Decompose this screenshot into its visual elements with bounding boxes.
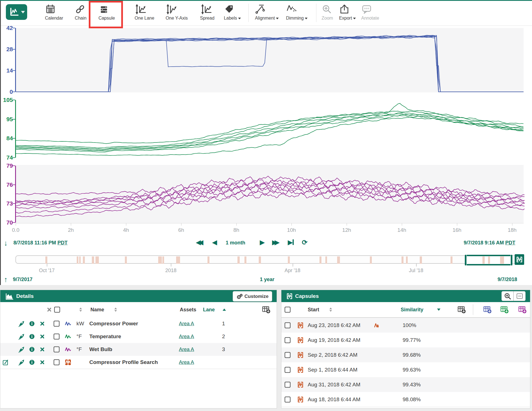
- full-range-timeline[interactable]: [15, 255, 523, 264]
- column-name[interactable]: Name: [90, 307, 104, 313]
- y-axis-3[interactable]: [15, 166, 16, 223]
- column-start[interactable]: Start: [308, 307, 319, 313]
- details-row-1[interactable]: kWCompressor PowerArea A1: [0, 317, 277, 330]
- timeline-month-label: Apr '18: [284, 268, 300, 274]
- column-similarity[interactable]: Similarity: [401, 307, 423, 313]
- asset-swap-icon[interactable]: [18, 359, 25, 366]
- toolbar-spread[interactable]: Spread: [200, 3, 214, 21]
- add-signal-column-blue-icon[interactable]: [483, 306, 492, 314]
- column-lane[interactable]: Lane: [203, 307, 215, 313]
- sort-similarity-descending-icon[interactable]: [437, 308, 441, 311]
- capsule-checkbox[interactable]: [285, 337, 291, 343]
- step-to-end-button[interactable]: ▶: [288, 239, 294, 246]
- display-range-end[interactable]: 9/7/2018 9:16 AM PDT: [464, 240, 515, 246]
- asset-link[interactable]: Area A: [179, 359, 194, 365]
- info-icon[interactable]: [29, 334, 35, 339]
- selection-left-handle[interactable]: [465, 255, 466, 265]
- remove-all-icon[interactable]: [47, 307, 52, 312]
- capsules-add-column-icon[interactable]: [458, 306, 466, 314]
- select-all-checkbox[interactable]: [54, 307, 60, 313]
- edit-icon[interactable]: [3, 359, 9, 366]
- remove-icon[interactable]: [40, 347, 45, 352]
- remove-icon[interactable]: [40, 321, 45, 326]
- capsule-checkbox[interactable]: [285, 396, 291, 402]
- capsules-zoom-button[interactable]: [501, 291, 514, 301]
- trend-view-button[interactable]: [6, 4, 27, 20]
- add-signal-column-magenta-icon[interactable]: [518, 306, 527, 314]
- y-tick-label: 70: [0, 219, 13, 226]
- customize-button[interactable]: Customize: [233, 291, 272, 302]
- toolbar-export[interactable]: Export: [339, 3, 356, 21]
- capsule-stripe: [92, 256, 94, 264]
- investigate-start[interactable]: 9/7/2017: [13, 277, 32, 282]
- details-row-3[interactable]: °FWet BulbArea A3: [0, 343, 277, 356]
- trend-chart[interactable]: 4228140105958474797673700.02h4h6h8h10h12…: [0, 25, 532, 225]
- capsules-select-all-checkbox[interactable]: [285, 307, 291, 313]
- details-row-2[interactable]: °FTemperatureArea A2: [0, 330, 277, 343]
- sort-name-icon[interactable]: [114, 307, 117, 312]
- capsule-row-4[interactable]: Sep 1, 2018 6:44 AM99.63%: [281, 362, 530, 377]
- step-forward-button[interactable]: ▶: [260, 239, 265, 246]
- toolbar-labels[interactable]: Labels: [224, 3, 241, 21]
- row-checkbox[interactable]: [54, 359, 60, 365]
- remove-icon[interactable]: [40, 334, 45, 339]
- display-range-start[interactable]: 8/7/2018 11:16 PM PDT: [13, 240, 67, 246]
- capsule-similarity: 99.68%: [403, 352, 421, 358]
- asset-swap-icon[interactable]: [18, 333, 25, 340]
- investigate-end[interactable]: 9/7/2018: [498, 277, 517, 282]
- timezone-link[interactable]: PDT: [57, 240, 67, 246]
- capsules-collapse-button[interactable]: [514, 291, 526, 301]
- asset-link[interactable]: Area A: [179, 334, 194, 340]
- row-checkbox[interactable]: [54, 347, 60, 352]
- toolbar-one-y-axis[interactable]: One Y-Axis: [165, 3, 188, 21]
- asset-link[interactable]: Area A: [179, 347, 194, 352]
- column-assets[interactable]: Assets: [180, 307, 196, 313]
- toolbar-chain[interactable]: Chain: [75, 3, 87, 21]
- selection-right-handle[interactable]: [511, 255, 512, 265]
- capsule-row-6[interactable]: Aug 18, 2018 6:44 AM98.08%: [281, 392, 530, 407]
- asset-link[interactable]: Area A: [179, 321, 194, 327]
- step-back-many-button[interactable]: ◀◀: [196, 239, 201, 246]
- asset-swap-icon[interactable]: [18, 346, 25, 353]
- duration-label[interactable]: 1 month: [226, 240, 245, 246]
- capsule-checkbox[interactable]: [285, 352, 291, 358]
- toolbar-dimming[interactable]: Dimming: [286, 3, 307, 21]
- y-axis-1[interactable]: [15, 28, 16, 92]
- sort-start-icon[interactable]: [329, 307, 332, 312]
- expand-range-icon[interactable]: ↑: [4, 275, 8, 284]
- investigate-duration[interactable]: 1 year: [260, 277, 274, 282]
- info-icon[interactable]: [29, 347, 35, 352]
- toolbar-calendar[interactable]: Calendar: [45, 3, 63, 21]
- add-column-icon[interactable]: [262, 306, 270, 314]
- asset-swap-icon[interactable]: [18, 320, 25, 327]
- toolbar-one-lane[interactable]: One Lane: [135, 3, 154, 21]
- toolbar-alignment[interactable]: Alignment: [255, 3, 279, 21]
- capsule-row-3[interactable]: Sep 2, 2018 6:42 AM99.68%: [281, 347, 530, 363]
- row-checkbox[interactable]: [54, 321, 60, 327]
- timeline-capsule-time-button[interactable]: [515, 254, 524, 265]
- info-icon[interactable]: [29, 359, 35, 365]
- timeline-selection[interactable]: [465, 255, 512, 265]
- step-back-button[interactable]: ◀: [212, 239, 217, 246]
- zoom-out-range-icon[interactable]: ↓: [4, 239, 8, 247]
- timezone-link-end[interactable]: PDT: [505, 240, 515, 246]
- capsule-row-5[interactable]: Aug 31, 2018 6:42 AM99.43%: [281, 377, 530, 392]
- capsule-checkbox[interactable]: [285, 382, 291, 387]
- y-axis-2[interactable]: [15, 100, 16, 158]
- capsule-checkbox[interactable]: [285, 367, 291, 373]
- remove-icon[interactable]: [40, 360, 45, 365]
- refresh-icon[interactable]: ⟳: [302, 239, 307, 246]
- add-signal-column-green-icon[interactable]: [500, 306, 509, 314]
- sort-lane-ascending-icon[interactable]: [222, 308, 226, 311]
- capsule-row-2[interactable]: Aug 19, 2018 6:42 AM99.77%: [281, 333, 530, 348]
- row-checkbox[interactable]: [54, 334, 60, 340]
- info-icon[interactable]: [29, 321, 35, 326]
- details-row-4[interactable]: Compressor Profile SearchArea A: [0, 356, 277, 369]
- capsule-checkbox[interactable]: [285, 322, 291, 328]
- x-tick-label: 14h: [397, 227, 406, 233]
- toolbar-capsule[interactable]: Capsule: [99, 3, 115, 21]
- toolbar-item-label: Dimming: [286, 16, 307, 21]
- capsule-row-1[interactable]: Aug 23, 2018 6:42 AM100%: [281, 318, 530, 333]
- sort-icon[interactable]: [79, 307, 82, 312]
- step-forward-many-button[interactable]: ▶▶: [272, 239, 277, 246]
